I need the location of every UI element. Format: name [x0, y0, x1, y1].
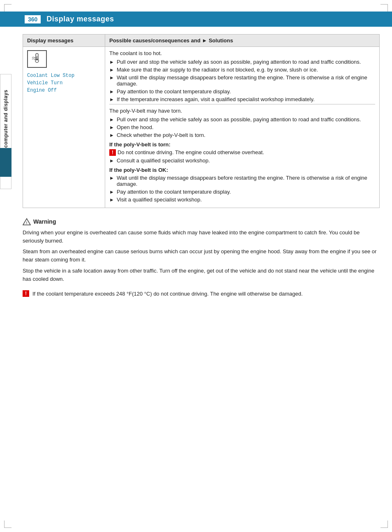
arrow-icon: ► [109, 132, 114, 138]
notice-icon: ! [109, 149, 116, 156]
col-header-causes: Possible causes/consequences and ► Solut… [105, 35, 380, 47]
bullet-item: ► Consult a qualified specialist worksho… [109, 157, 375, 164]
coolant-svg-icon [30, 53, 44, 64]
corner-mark-br [380, 520, 388, 528]
section2: The poly-V-belt may have torn. ► Pull ov… [109, 104, 375, 203]
warning-para-2: Steam from an overheated engine can caus… [23, 247, 380, 264]
arrow-icon: ► [109, 189, 114, 195]
corner-mark-tl [4, 4, 12, 12]
arrow-icon: ► [109, 197, 114, 203]
side-tab-blue-accent [0, 148, 12, 177]
arrow-icon: ► [109, 125, 114, 130]
bullet-item: ► Pull over and stop the vehicle safely … [109, 116, 375, 123]
bullet-item: ► If the temperature increases again, vi… [109, 96, 375, 102]
warning-section: ! Warning Driving when your engine is ov… [23, 218, 380, 283]
notice-text: Do not continue driving. The engine coul… [118, 149, 264, 155]
bullet-item: ► Open the hood. [109, 124, 375, 130]
note-text: If the coolant temperature exceeds 248 °… [32, 290, 380, 298]
arrow-icon: ► [109, 67, 114, 73]
display-cell: Coolant Low Stop Vehicle Turn Engine Off [23, 47, 105, 208]
arrow-icon: ► [109, 75, 114, 81]
bullet-item: ► Pull over and stop the vehicle safely … [109, 59, 375, 65]
section1-intro: The coolant is too hot. ► Pull over and … [109, 50, 375, 102]
bullet-item: ► Pay attention to the coolant temperatu… [109, 88, 375, 95]
note-icon: ! [23, 290, 29, 297]
svg-text:!: ! [26, 220, 27, 225]
arrow-icon: ► [109, 59, 114, 65]
corner-mark-bl [4, 520, 12, 528]
bullet-item: ► Check whether the poly-V-belt is torn. [109, 132, 375, 138]
bullet-item: ► Wait until the display message disappe… [109, 74, 375, 87]
arrow-icon: ► [109, 175, 114, 181]
bullet-item: ► Visit a qualified specialist workshop. [109, 197, 375, 203]
corner-mark-tr [380, 4, 388, 12]
section2-heading1: If the poly-V-belt is torn: [109, 141, 375, 148]
warning-para-1: Driving when your engine is overheated c… [23, 229, 380, 245]
display-code: Coolant Low Stop Vehicle Turn Engine Off [27, 72, 101, 94]
page-number: 360 [25, 15, 41, 23]
page-title: Display messages [46, 15, 114, 23]
table-row: Coolant Low Stop Vehicle Turn Engine Off… [23, 47, 380, 208]
main-content: Display messages Possible causes/consequ… [23, 34, 380, 298]
note-row: ! If the coolant temperature exceeds 248… [23, 290, 380, 298]
causes-cell: The coolant is too hot. ► Pull over and … [105, 47, 380, 208]
bullet-item: ► Wait until the display message disappe… [109, 175, 375, 187]
col-header-display: Display messages [23, 35, 105, 47]
warning-label: Warning [33, 218, 56, 225]
display-messages-table: Display messages Possible causes/consequ… [23, 34, 380, 208]
bullet-item: ► Pay attention to the coolant temperatu… [109, 189, 375, 195]
warning-header: ! Warning [23, 218, 380, 225]
section2-heading2: If the poly-V-belt is OK: [109, 167, 375, 173]
warning-para-3: Stop the vehicle in a safe location away… [23, 267, 380, 283]
header-bar: 360 Display messages [0, 12, 392, 27]
display-icon-box [27, 50, 101, 69]
notice-row: ! Do not continue driving. The engine co… [109, 149, 375, 156]
arrow-icon: ► [109, 117, 114, 123]
coolant-icon [27, 50, 47, 68]
arrow-icon: ► [109, 89, 114, 95]
bullet-item: ► Make sure that the air supply to the r… [109, 67, 375, 73]
warning-triangle-icon: ! [23, 218, 31, 225]
arrow-icon: ► [109, 97, 114, 102]
arrow-icon: ► [109, 158, 114, 164]
